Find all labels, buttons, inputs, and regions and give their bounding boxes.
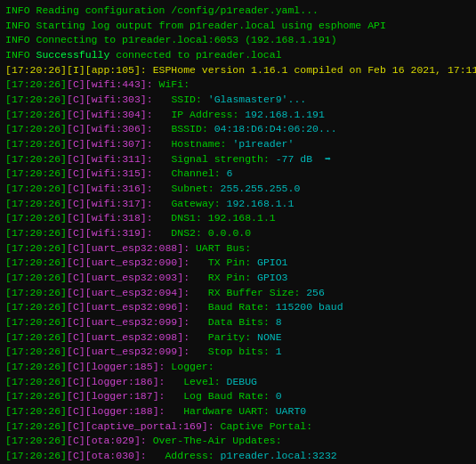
terminal-line: [17:20:26][C][uart_esp32:094]: RX Buffer… bbox=[5, 286, 471, 301]
terminal-line: [17:20:26][C][wifi:311]: Signal strength… bbox=[5, 152, 471, 167]
terminal-line: [17:20:26][C][wifi:304]: IP Address: 192… bbox=[5, 108, 471, 123]
terminal-line: INFO Connecting to p1reader.local:6053 (… bbox=[5, 33, 471, 48]
terminal-line: INFO Starting log output from p1reader.l… bbox=[5, 19, 471, 34]
terminal-line: [17:20:26][C][ota:030]: Address: p1reade… bbox=[5, 449, 471, 464]
terminal-line: [17:20:26][C][wifi:306]: BSSID: 04:18:D6… bbox=[5, 122, 471, 137]
terminal-line: [17:20:26][C][captive_portal:169]: Capti… bbox=[5, 419, 471, 435]
terminal-line: INFO Reading configuration /config/p1rea… bbox=[5, 4, 471, 19]
terminal-window: INFO Reading configuration /config/p1rea… bbox=[0, 0, 476, 464]
terminal-line: [17:20:26][C][ota:029]: Over-The-Air Upd… bbox=[5, 434, 471, 449]
terminal-line: [17:20:26][C][uart_esp32:099]: Data Bits… bbox=[5, 315, 471, 330]
terminal-line: [17:20:26][C][uart_esp32:098]: Parity: N… bbox=[5, 330, 471, 346]
terminal-line: [17:20:26][C][logger:185]: Logger: bbox=[5, 360, 471, 375]
terminal-line: [17:20:26][C][uart_esp32:099]: Stop bits… bbox=[5, 345, 471, 360]
terminal-line: [17:20:26][C][logger:186]: Level: DEBUG bbox=[5, 375, 471, 390]
terminal-line: [17:20:26][C][wifi:316]: Subnet: 255.255… bbox=[5, 182, 471, 197]
terminal-line: INFO Successfully connected to p1reader.… bbox=[5, 48, 471, 63]
terminal-line: [17:20:26][C][uart_esp32:088]: UART Bus: bbox=[5, 241, 471, 256]
terminal-line: [17:20:26][C][wifi:319]: DNS2: 0.0.0.0 bbox=[5, 226, 471, 241]
terminal-line: [17:20:26][C][wifi:317]: Gateway: 192.16… bbox=[5, 197, 471, 212]
terminal-line: [17:20:26][C][wifi:443]: WiFi: bbox=[5, 77, 471, 93]
terminal-line: [17:20:26][C][wifi:315]: Channel: 6 bbox=[5, 167, 471, 182]
terminal-line: [17:20:26][C][wifi:307]: Hostname: 'p1re… bbox=[5, 137, 471, 152]
terminal-line: [17:20:26][C][uart_esp32:093]: RX Pin: G… bbox=[5, 271, 471, 286]
terminal-line: [17:20:26][C][uart_esp32:090]: TX Pin: G… bbox=[5, 256, 471, 271]
terminal-line: [17:20:26][C][logger:188]: Hardware UART… bbox=[5, 404, 471, 419]
terminal-line: [17:20:26][C][wifi:303]: SSID: 'Glasmast… bbox=[5, 93, 471, 108]
terminal-line: [17:20:26][C][wifi:318]: DNS1: 192.168.1… bbox=[5, 211, 471, 226]
terminal-line: [17:20:26][I][app:105]: ESPHome version … bbox=[5, 63, 471, 78]
terminal-line: [17:20:26][C][logger:187]: Log Baud Rate… bbox=[5, 389, 471, 404]
terminal-line: [17:20:26][C][uart_esp32:096]: Baud Rate… bbox=[5, 300, 471, 315]
